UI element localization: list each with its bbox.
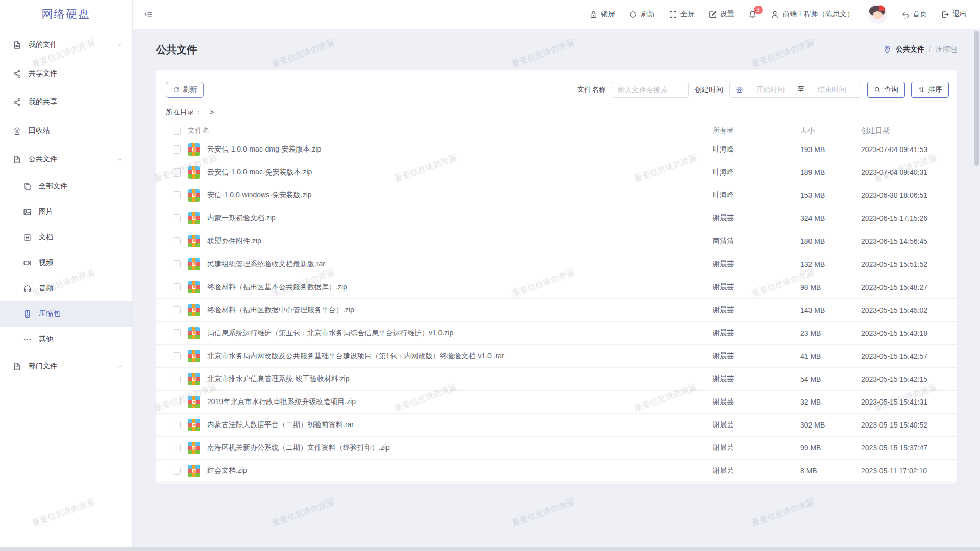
sidebar-item-audio[interactable]: 音频 — [0, 276, 132, 301]
row-checkbox[interactable] — [173, 306, 181, 314]
table-row[interactable]: 云安信-1.0.0-mac-免安装版本.zip 叶海峰 189 MB 2023-… — [156, 161, 957, 184]
table-row[interactable]: 内蒙古法院大数据平台（二期）初验前资料.rar 谢晨芸 302 MB 2023-… — [156, 414, 957, 437]
sidebar-item-documents[interactable]: 文档 — [0, 224, 132, 250]
share-icon — [12, 69, 21, 78]
file-name[interactable]: 云安信-1.0.0-mac-免安装版本.zip — [207, 168, 713, 177]
sidebar-item-department-files[interactable]: 部门文件 — [0, 352, 132, 381]
sidebar-item-label: 回收站 — [29, 126, 50, 135]
filename-search-input[interactable] — [612, 82, 689, 98]
collapse-sidebar-icon[interactable] — [144, 10, 153, 19]
file-name[interactable]: 南海区机关新办公系统（二期）文件资料（终验打印）.zip — [207, 443, 713, 453]
file-size: 324 MB — [800, 214, 861, 222]
file-name[interactable]: 云安信-1.0.0-mac-dmg-安装版本.zip — [207, 145, 713, 154]
row-checkbox[interactable] — [173, 398, 181, 406]
file-name[interactable]: 终验材料（福田区基本公共服务数据库）.zip — [207, 283, 713, 292]
table-row[interactable]: 终验材料（福田区数据中心管理服务平台）.zip 谢晨芸 143 MB 2023-… — [156, 299, 957, 322]
row-checkbox[interactable] — [173, 237, 181, 245]
row-checkbox[interactable] — [173, 352, 181, 360]
file-icon — [12, 155, 21, 164]
file-name[interactable]: 安信-1.0.0-windows-免安装版.zip — [207, 191, 713, 200]
file-name[interactable]: 民建组织管理系统验收文档最新版.rar — [207, 260, 713, 269]
file-created-date: 2023-05-15 15:42:57 — [861, 352, 949, 360]
table-row[interactable]: 局信息系统运行维护（第五包：北京市水务局综合信息平台运行维护）v1.0.zip … — [156, 322, 957, 345]
sidebar-item-archives[interactable]: 压缩包 — [0, 301, 132, 327]
lock-screen-button[interactable]: 锁屏 — [589, 10, 615, 19]
notifications-button[interactable]: 3 — [748, 10, 757, 19]
zip-file-icon — [188, 143, 200, 156]
zip-file-icon — [188, 373, 200, 385]
refresh-button[interactable]: 刷新 — [629, 10, 655, 19]
sidebar-item-label: 视频 — [39, 258, 53, 267]
table-row[interactable]: 终验材料（福田区基本公共服务数据库）.zip 谢晨芸 98 MB 2023-05… — [156, 276, 957, 299]
file-name[interactable]: 北京市排水户信息管理系统-竣工验收材料.zip — [207, 374, 713, 384]
row-checkbox[interactable] — [173, 191, 181, 199]
table-row[interactable]: 2019年北京市水行政审批系统升级改造项目.zip 谢晨芸 32 MB 2023… — [156, 391, 957, 414]
table-row[interactable]: 安信-1.0.0-windows-免安装版.zip 叶海峰 153 MB 202… — [156, 184, 957, 207]
sidebar-item-others[interactable]: 其他 — [0, 327, 132, 352]
table-row[interactable]: 联盟办件附件.zip 商清清 180 MB 2023-06-15 14:56:4… — [156, 230, 957, 253]
page-title: 公共文件 — [156, 43, 197, 57]
file-name[interactable]: 局信息系统运行维护（第五包：北京市水务局综合信息平台运行维护）v1.0.zip — [207, 329, 713, 338]
row-checkbox[interactable] — [173, 467, 181, 475]
file-name[interactable]: 联盟办件附件.zip — [207, 237, 713, 246]
file-owner: 商清清 — [713, 237, 800, 246]
sidebar-item-public-files[interactable]: 公共文件 — [0, 145, 132, 173]
table-row[interactable]: 内蒙一期初验文档.zip 谢晨芸 324 MB 2023-06-15 17:15… — [156, 207, 957, 230]
vertical-scrollbar-thumb[interactable] — [974, 31, 979, 166]
row-checkbox[interactable] — [173, 444, 181, 452]
file-name[interactable]: 内蒙一期初验文档.zip — [207, 214, 713, 223]
sidebar-item-all-files[interactable]: 全部文件 — [0, 173, 132, 199]
logout-button[interactable]: 退出 — [941, 10, 967, 19]
row-checkbox[interactable] — [173, 283, 181, 291]
search-button[interactable]: 查询 — [867, 82, 905, 98]
sidebar-item-images[interactable]: 图片 — [0, 199, 132, 224]
row-checkbox[interactable] — [173, 329, 181, 337]
sidebar-item-my-files[interactable]: 我的文件 — [0, 31, 132, 59]
row-checkbox[interactable] — [173, 421, 181, 429]
file-name[interactable]: 2019年北京市水行政审批系统升级改造项目.zip — [207, 397, 713, 407]
end-date-placeholder[interactable]: 结束时间 — [809, 85, 855, 94]
table-row[interactable]: 北京市水务局内网改版及公共服务基础平台建设项目（第1包：内网改版）终验验文档-v… — [156, 345, 957, 368]
current-directory-label: 所在目录： — [166, 108, 202, 117]
zip-file-icon — [188, 235, 200, 247]
sort-button[interactable]: 排序 — [911, 82, 949, 98]
file-name[interactable]: 内蒙古法院大数据平台（二期）初验前资料.rar — [207, 420, 713, 430]
user-menu[interactable]: 前端工程师（陈思文） — [771, 10, 854, 19]
avatar[interactable] — [868, 5, 887, 24]
settings-button[interactable]: 设置 — [708, 10, 734, 19]
select-all-checkbox[interactable] — [173, 127, 181, 135]
file-owner: 谢晨芸 — [713, 283, 800, 292]
table-row[interactable]: 民建组织管理系统验收文档最新版.rar 谢晨芸 132 MB 2023-05-1… — [156, 253, 957, 276]
table-row[interactable]: 云安信-1.0.0-mac-dmg-安装版本.zip 叶海峰 193 MB 20… — [156, 138, 957, 161]
row-checkbox[interactable] — [173, 168, 181, 177]
home-button[interactable]: 首页 — [901, 10, 927, 19]
row-checkbox[interactable] — [173, 214, 181, 222]
directory-separator[interactable]: > — [210, 108, 214, 116]
file-name[interactable]: 红会文档.zip — [207, 466, 713, 475]
row-checkbox[interactable] — [173, 145, 181, 154]
zip-file-icon — [188, 465, 200, 477]
zip-file-icon — [188, 212, 200, 224]
breadcrumb-root[interactable]: 公共文件 — [896, 45, 924, 54]
row-checkbox[interactable] — [173, 375, 181, 383]
zip-file-icon — [188, 350, 200, 362]
table-row[interactable]: 南海区机关新办公系统（二期）文件资料（终验打印）.zip 谢晨芸 99 MB 2… — [156, 437, 957, 460]
row-checkbox[interactable] — [173, 260, 181, 268]
table-row[interactable]: 红会文档.zip 谢晨芸 8 MB 2023-05-11 17:02:10 — [156, 460, 957, 483]
file-created-date: 2023-06-15 17:15:26 — [861, 214, 949, 222]
list-refresh-button[interactable]: 刷新 — [166, 82, 204, 98]
sidebar-item-shared-files[interactable]: 共享文件 — [0, 59, 132, 88]
fullscreen-button[interactable]: 全屏 — [669, 10, 695, 19]
file-table-header: 文件名 所有者 大小 创建日期 — [156, 123, 957, 138]
horizontal-scrollbar[interactable] — [0, 547, 980, 551]
file-name[interactable]: 北京市水务局内网改版及公共服务基础平台建设项目（第1包：内网改版）终验验文档-v… — [207, 352, 713, 361]
table-row[interactable]: 北京市排水户信息管理系统-竣工验收材料.zip 谢晨芸 54 MB 2023-0… — [156, 368, 957, 391]
sidebar-item-videos[interactable]: 视频 — [0, 250, 132, 276]
sidebar-item-recycle-bin[interactable]: 回收站 — [0, 116, 132, 145]
location-pin-icon — [883, 45, 891, 54]
start-date-placeholder[interactable]: 开始时间 — [747, 85, 794, 94]
refresh-icon — [173, 86, 180, 93]
date-range-picker[interactable]: 开始时间 至 结束时间 — [729, 82, 861, 98]
sidebar-item-my-shares[interactable]: 我的共享 — [0, 88, 132, 116]
file-name[interactable]: 终验材料（福田区数据中心管理服务平台）.zip — [207, 306, 713, 315]
